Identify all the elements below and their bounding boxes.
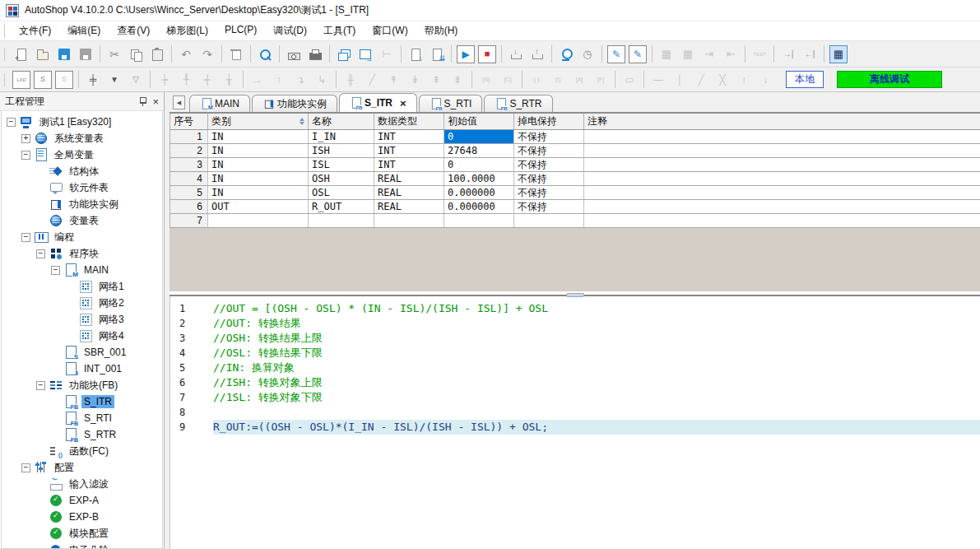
coil-reset-button[interactable]: {C} xyxy=(497,70,518,90)
code-line[interactable]: 7//1SL: 转换对象下限 xyxy=(170,390,980,405)
menu-item-7[interactable]: 窗口(W) xyxy=(364,21,416,40)
tree-item-fb-instance[interactable]: 功能块实例 xyxy=(2,196,162,212)
code-line[interactable]: 6//ISH: 转换对象上限 xyxy=(170,375,980,390)
test-button[interactable]: TEST xyxy=(749,44,770,64)
tree-item-int-001[interactable]: INT_001 xyxy=(2,361,162,377)
draw-down-button[interactable]: ↓ xyxy=(755,70,776,90)
delete-button[interactable] xyxy=(225,44,247,64)
tree-item-network4[interactable]: 网络4 xyxy=(2,328,162,344)
cell-name[interactable]: I_IN xyxy=(309,130,374,143)
column-header-retain[interactable]: 掉电保持 xyxy=(514,114,584,129)
contact-falling-button[interactable]: ↡ xyxy=(404,70,425,90)
cell-name[interactable]: ISH xyxy=(309,144,374,157)
print-preview-button[interactable] xyxy=(283,44,304,64)
tree-item-var-table[interactable]: 变量表 xyxy=(2,212,162,229)
tree-item-s-itr[interactable]: S_ITR xyxy=(2,393,162,410)
close-icon[interactable]: × xyxy=(400,98,406,109)
menu-item-5[interactable]: 调试(D) xyxy=(265,21,315,40)
contact-closed-button[interactable]: ╱ xyxy=(361,70,383,90)
cell-no[interactable]: 2 xyxy=(170,144,208,157)
tree-item-e-cam[interactable]: 电子凸轮 xyxy=(2,542,162,549)
cell-name[interactable]: OSL xyxy=(309,186,374,199)
tree-item-sbr-001[interactable]: SBR_001 xyxy=(2,344,162,361)
cell-initial-value[interactable]: 0.000000 xyxy=(444,200,514,213)
batch-modify-button[interactable]: ▦ xyxy=(656,44,677,64)
copy-window-button[interactable] xyxy=(333,44,355,64)
tab-s-rtr[interactable]: S_RTR xyxy=(484,95,552,112)
code-text[interactable]: R_OUT:=((OSH - OSL)*(I_IN - ISL)/(ISH - … xyxy=(213,420,980,435)
tree-item-s-rtr[interactable]: S_RTR xyxy=(2,426,162,443)
tree-item-programming[interactable]: −编程 xyxy=(2,229,162,245)
redo-button[interactable]: ↷ xyxy=(197,44,218,64)
cell-initial-value[interactable]: 100.0000 xyxy=(444,172,514,185)
horizontal-splitter[interactable] xyxy=(170,295,980,296)
copy-button[interactable] xyxy=(125,44,146,64)
cell-no[interactable]: 4 xyxy=(170,172,208,185)
tree-item-network3[interactable]: 网络3 xyxy=(2,311,162,328)
code-line[interactable]: 3//OSH: 转换结果上限 xyxy=(170,331,980,346)
code-line[interactable]: 5//IN: 换算对象 xyxy=(170,361,980,375)
cell-category[interactable]: IN xyxy=(208,158,309,171)
save-all-button[interactable] xyxy=(75,44,96,64)
cell-comment[interactable] xyxy=(584,144,980,157)
offline-debug-button[interactable]: 离线调试 xyxy=(837,71,942,88)
cell-category[interactable]: IN xyxy=(208,144,309,157)
insert-function-block-button[interactable]: ▭ xyxy=(619,70,640,90)
line-right-button[interactable]: → xyxy=(247,70,268,90)
cell-retain[interactable]: 不保持 xyxy=(514,186,584,199)
panel-close-icon[interactable]: × xyxy=(152,96,159,107)
tree-item-project-test1[interactable]: −测试1 [Easy320] xyxy=(2,114,162,130)
draw-slash-button[interactable]: ╱ xyxy=(690,70,712,90)
code-text[interactable]: //IN: 换算对象 xyxy=(213,361,980,375)
debug-write-button[interactable]: ✎ xyxy=(607,45,625,63)
code-text[interactable]: //OUT: 转换结果 xyxy=(213,316,980,331)
merge-branch-button[interactable]: ┽ xyxy=(197,70,218,90)
cell-initial-value[interactable]: 0 xyxy=(444,158,514,171)
column-header-comment[interactable]: 注释 xyxy=(584,114,980,129)
lad-editor-button[interactable]: LAD xyxy=(12,71,30,89)
run-button[interactable]: ▶ xyxy=(457,45,475,63)
tree-item-s-rti[interactable]: S_RTI xyxy=(2,410,162,426)
contact-open-button[interactable]: ╫ xyxy=(340,70,361,90)
compile-button[interactable] xyxy=(405,44,426,64)
logout-button[interactable]: ←| xyxy=(799,44,820,64)
coil-out-button[interactable]: ( ) xyxy=(526,70,547,90)
line-up-button[interactable]: ↑ xyxy=(268,70,290,90)
tree-item-exp-a[interactable]: EXP-A xyxy=(2,492,162,509)
local-button[interactable]: 本地 xyxy=(786,71,824,88)
tree-item-input-filter[interactable]: 输入滤波 xyxy=(2,476,162,492)
expand-minus-icon[interactable]: − xyxy=(21,233,30,242)
cell-data-type[interactable]: REAL xyxy=(374,186,444,199)
new-file-button[interactable] xyxy=(11,44,32,64)
stop-button[interactable]: ■ xyxy=(478,45,496,63)
code-text[interactable]: //ISH: 转换对象上限 xyxy=(213,375,980,390)
draw-hline-button[interactable]: — xyxy=(648,70,669,90)
column-header-no[interactable]: 序号 xyxy=(170,114,208,129)
column-header-initial-value[interactable]: 初始值 xyxy=(444,114,514,129)
expand-minus-icon[interactable]: − xyxy=(7,118,16,127)
code-text[interactable]: //OSH: 转换结果上限 xyxy=(213,331,980,346)
tree-item-struct[interactable]: 结构体 xyxy=(2,163,162,179)
cell-name[interactable]: R_OUT xyxy=(309,200,374,213)
insert-row-button[interactable]: ⇥ xyxy=(699,44,720,64)
splitter-grip[interactable] xyxy=(566,293,584,297)
code-text[interactable] xyxy=(213,405,980,420)
cell-retain[interactable]: 不保持 xyxy=(514,172,584,185)
cell-no[interactable]: 5 xyxy=(170,186,208,199)
timing-monitor-button[interactable]: ◷ xyxy=(577,44,598,64)
tree-item-global-var[interactable]: −全局变量 xyxy=(2,147,162,163)
cell-name[interactable] xyxy=(309,214,374,227)
cell-data-type[interactable]: REAL xyxy=(374,172,444,185)
tree-item-network2[interactable]: 网络2 xyxy=(2,295,162,311)
add-branch-up-button[interactable]: ╀ xyxy=(175,70,197,90)
coil-a-button[interactable]: [A] xyxy=(569,70,590,90)
tree-item-module-config[interactable]: 模块配置 xyxy=(2,525,162,542)
add-branch-button[interactable]: ┾ xyxy=(154,70,175,90)
coil-inverted-button[interactable]: (I) xyxy=(547,70,569,90)
cell-initial-value[interactable] xyxy=(444,214,514,227)
column-header-data-type[interactable]: 数据类型 xyxy=(374,114,444,129)
upload-button[interactable] xyxy=(527,44,548,64)
tree-item-main-program[interactable]: −MAIN xyxy=(2,262,162,278)
expand-minus-icon[interactable]: − xyxy=(21,151,30,160)
tab-main[interactable]: MAIN xyxy=(189,95,250,112)
